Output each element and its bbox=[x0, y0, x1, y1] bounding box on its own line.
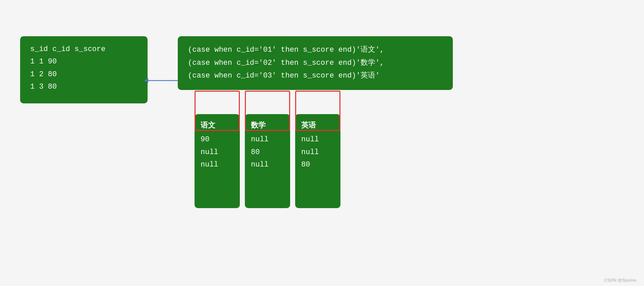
col-2-val-2: 80 bbox=[251, 146, 284, 158]
table-row-1: 1 1 90 bbox=[30, 55, 138, 68]
col-wrapper-2: 数学 null 80 null bbox=[245, 114, 293, 208]
col-wrapper-1: 语文 90 null null bbox=[195, 114, 243, 208]
col-2-val-1: null bbox=[251, 133, 284, 146]
table-row-2: 1 2 80 bbox=[30, 68, 138, 81]
col-wrapper-3: 英语 null null 80 bbox=[295, 114, 344, 208]
red-outline-2 bbox=[245, 91, 290, 131]
code-line-1: (case when c_id='01' then s_score end)'语… bbox=[188, 44, 443, 57]
col-1-val-1: 90 bbox=[201, 133, 234, 146]
code-box: (case when c_id='01' then s_score end)'语… bbox=[178, 36, 453, 90]
watermark: CSDN @Spume- bbox=[604, 278, 637, 283]
code-line-3: (case when c_id='03' then s_score end)'英… bbox=[188, 69, 443, 83]
col-3-val-1: null bbox=[301, 133, 334, 146]
red-outline-3 bbox=[295, 91, 340, 131]
table-row-3: 1 3 80 bbox=[30, 81, 138, 93]
red-outline-1 bbox=[195, 91, 240, 131]
col-3-val-3: 80 bbox=[301, 158, 334, 171]
col-3-val-2: null bbox=[301, 146, 334, 158]
table-header: s_id c_id s_score bbox=[30, 43, 138, 55]
code-line-2: (case when c_id='02' then s_score end)'数… bbox=[188, 57, 443, 70]
svg-marker-1 bbox=[144, 78, 148, 83]
col-1-val-3: null bbox=[201, 158, 234, 171]
result-area: 语文 90 null null 数学 null 80 null 英语 null … bbox=[195, 114, 345, 208]
table-box: s_id c_id s_score 1 1 90 1 2 80 1 3 80 bbox=[20, 36, 148, 103]
col-2-val-3: null bbox=[251, 158, 284, 171]
page-content: s_id c_id s_score 1 1 90 1 2 80 1 3 80 (… bbox=[0, 0, 644, 286]
col-1-val-2: null bbox=[201, 146, 234, 158]
